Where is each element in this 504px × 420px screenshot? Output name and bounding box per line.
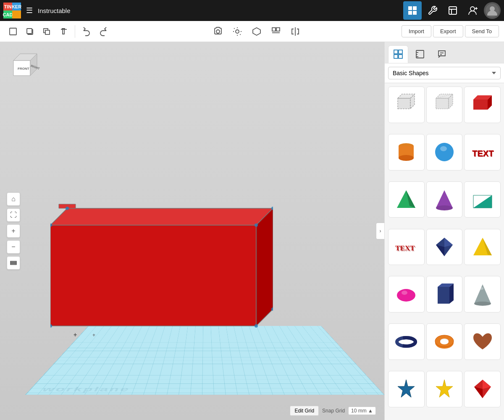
shape-pyramid-green[interactable] <box>388 181 425 218</box>
edit-grid-btn[interactable]: Edit Grid <box>290 406 319 416</box>
shape-donut[interactable] <box>426 323 463 360</box>
shape-ellipsoid[interactable] <box>388 276 425 312</box>
shape-text[interactable]: TEXT TEXT <box>464 134 501 171</box>
svg-rect-46 <box>10 261 16 262</box>
grid-marker-2: + <box>92 332 95 338</box>
add-user-icon[interactable] <box>464 1 482 20</box>
shape-cylinder[interactable] <box>388 134 425 171</box>
polygon-btn[interactable] <box>249 24 265 39</box>
svg-marker-95 <box>474 284 491 304</box>
shape-wedge[interactable] <box>464 181 501 218</box>
top-nav: TIN KER CAD ☰ Instructable <box>0 0 504 21</box>
svg-marker-62 <box>436 98 449 109</box>
tab-shapes[interactable] <box>388 45 408 63</box>
canvas-area[interactable]: workplane <box>0 42 384 420</box>
logo-tr: KER <box>12 3 21 10</box>
left-controls: ⌂ ⛶ + − <box>7 192 20 270</box>
shape-heart[interactable] <box>464 323 501 360</box>
toolbar-right: Import Export Send To <box>402 25 499 37</box>
import-btn[interactable]: Import <box>402 25 431 37</box>
camera-btn[interactable] <box>210 24 226 39</box>
shape-category-dropdown[interactable]: Basic Shapes Text & Numbers Connectors F… <box>388 67 501 79</box>
sidebar: Basic Shapes Text & Numbers Connectors F… <box>384 42 504 420</box>
zoom-in-btn[interactable]: + <box>7 224 20 238</box>
new-btn[interactable] <box>5 24 21 39</box>
grid-view-icon[interactable] <box>403 1 422 20</box>
home-view-btn[interactable]: ⌂ <box>7 192 20 206</box>
svg-point-7 <box>470 7 475 11</box>
mirror-btn[interactable] <box>287 24 303 39</box>
layers-btn[interactable] <box>7 256 20 270</box>
svg-text:FRONT: FRONT <box>18 67 29 71</box>
shape-star-blue[interactable] <box>388 371 425 407</box>
shape-box-tall[interactable] <box>426 276 463 312</box>
svg-rect-3 <box>413 11 417 15</box>
svg-point-74 <box>440 146 447 151</box>
svg-marker-79 <box>436 190 453 208</box>
user-avatar[interactable] <box>484 2 501 19</box>
svg-point-91 <box>402 291 407 295</box>
svg-point-37 <box>255 324 258 328</box>
toolbar-left <box>5 24 111 39</box>
shape-pyramid-yellow[interactable] <box>464 229 501 265</box>
shape-torus[interactable] <box>388 323 425 360</box>
duplicate-btn[interactable] <box>39 24 55 39</box>
shape-gem[interactable] <box>426 229 463 265</box>
send-to-btn[interactable]: Send To <box>465 25 499 37</box>
tab-notes[interactable] <box>432 45 452 63</box>
svg-text:TEXT: TEXT <box>396 245 416 253</box>
red-box-3d[interactable] <box>50 192 273 336</box>
svg-point-18 <box>236 30 239 33</box>
grid-plane: workplane <box>25 326 384 395</box>
svg-point-73 <box>435 143 454 161</box>
svg-rect-1 <box>413 6 417 10</box>
tab-ruler[interactable] <box>410 45 430 63</box>
viewport[interactable]: workplane <box>0 42 384 420</box>
svg-text:TEXT: TEXT <box>472 149 494 158</box>
svg-rect-51 <box>394 55 398 58</box>
svg-rect-26 <box>272 28 276 31</box>
shape-box[interactable] <box>464 87 501 123</box>
shape-hole-cube[interactable] <box>426 87 463 123</box>
zoom-out-btn[interactable]: − <box>7 240 20 254</box>
logo-bl: CAD <box>3 10 12 18</box>
svg-rect-12 <box>10 28 16 35</box>
svg-rect-4 <box>449 7 457 14</box>
align-btn[interactable] <box>268 24 284 39</box>
file-icon[interactable] <box>444 1 462 20</box>
sidebar-tabs <box>385 42 504 63</box>
shape-star-yellow[interactable] <box>426 371 463 407</box>
svg-rect-0 <box>408 6 412 10</box>
shape-3dtext[interactable]: TEXT TEXT <box>388 229 425 265</box>
shape-sphere[interactable] <box>426 134 463 171</box>
svg-marker-25 <box>253 28 260 35</box>
delete-btn[interactable] <box>55 24 71 39</box>
app-logo[interactable]: TIN KER CAD <box>3 3 21 18</box>
svg-rect-2 <box>408 11 412 15</box>
divider-1 <box>75 25 75 38</box>
svg-point-103 <box>440 339 449 344</box>
svg-marker-81 <box>473 195 492 208</box>
shape-cone-gray[interactable] <box>464 276 501 312</box>
tools-icon[interactable] <box>423 1 442 20</box>
svg-point-97 <box>480 287 483 290</box>
copy-btn[interactable] <box>22 24 38 39</box>
view-cube[interactable]: FRONT RIGHT <box>8 50 45 89</box>
shape-gem-red[interactable] <box>464 371 501 407</box>
sidebar-collapse-btn[interactable]: › <box>376 223 384 239</box>
shape-ghost-cube[interactable] <box>388 87 425 123</box>
redo-btn[interactable] <box>95 24 111 39</box>
nav-right <box>403 1 501 20</box>
svg-line-22 <box>240 34 240 34</box>
grid-marker-1: + <box>74 331 77 338</box>
undo-btn[interactable] <box>79 24 94 39</box>
toolbar-center <box>113 24 400 39</box>
menu-icon[interactable]: ☰ <box>24 4 34 17</box>
snap-grid-value[interactable]: 10 mm ▲ <box>348 407 376 415</box>
fit-all-btn[interactable]: ⛶ <box>7 208 20 222</box>
logo-br <box>12 10 21 18</box>
shape-cone-purple[interactable] <box>426 181 463 218</box>
svg-point-80 <box>436 205 453 210</box>
export-btn[interactable]: Export <box>433 25 463 37</box>
light-btn[interactable] <box>229 24 245 39</box>
